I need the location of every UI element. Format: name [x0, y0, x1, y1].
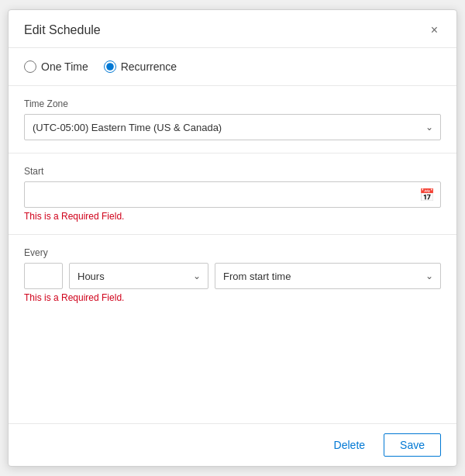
- timezone-label: Time Zone: [24, 98, 441, 109]
- every-label: Every: [24, 247, 441, 258]
- recurrence-label: Recurrence: [121, 60, 177, 73]
- from-select-wrapper: From start time From time ⌄: [215, 263, 441, 289]
- hours-select[interactable]: Hours Days Weeks Months: [69, 263, 208, 289]
- start-required-message: This is a Required Field.: [24, 211, 441, 222]
- every-row: Hours Days Weeks Months ⌄ From start tim…: [24, 263, 441, 289]
- save-button[interactable]: Save: [384, 433, 441, 457]
- every-number-input[interactable]: [24, 263, 63, 289]
- timezone-select-wrapper: (UTC-05:00) Eastern Time (US & Canada)(U…: [24, 114, 441, 140]
- start-section: Start 📅 This is a Required Field.: [24, 166, 441, 222]
- from-select[interactable]: From start time From time: [215, 263, 441, 289]
- one-time-option[interactable]: One Time: [24, 60, 88, 73]
- close-button[interactable]: ×: [428, 22, 441, 38]
- one-time-radio[interactable]: [24, 60, 36, 73]
- divider-3: [9, 234, 456, 235]
- start-input-wrapper: 📅: [24, 181, 441, 208]
- delete-button[interactable]: Delete: [325, 434, 374, 456]
- hours-select-wrapper: Hours Days Weeks Months ⌄: [69, 263, 208, 289]
- timezone-select[interactable]: (UTC-05:00) Eastern Time (US & Canada)(U…: [24, 114, 441, 140]
- recurrence-radio[interactable]: [104, 60, 116, 73]
- start-input[interactable]: [24, 181, 441, 208]
- recurrence-type-group: One Time Recurrence: [24, 60, 441, 73]
- one-time-label: One Time: [41, 60, 88, 73]
- dialog-title: Edit Schedule: [24, 23, 101, 37]
- dialog-footer: Delete Save: [9, 423, 456, 466]
- divider-2: [9, 153, 456, 153]
- recurrence-option[interactable]: Recurrence: [104, 60, 177, 73]
- divider-1: [9, 85, 456, 86]
- every-section: Every Hours Days Weeks Months ⌄ From sta…: [24, 247, 441, 303]
- dialog-header: Edit Schedule ×: [9, 10, 456, 48]
- dialog-body: One Time Recurrence Time Zone (UTC-05:00…: [9, 48, 456, 423]
- edit-schedule-dialog: Edit Schedule × One Time Recurrence Time…: [8, 9, 457, 467]
- every-required-message: This is a Required Field.: [24, 292, 441, 303]
- start-label: Start: [24, 166, 441, 177]
- timezone-section: Time Zone (UTC-05:00) Eastern Time (US &…: [24, 98, 441, 140]
